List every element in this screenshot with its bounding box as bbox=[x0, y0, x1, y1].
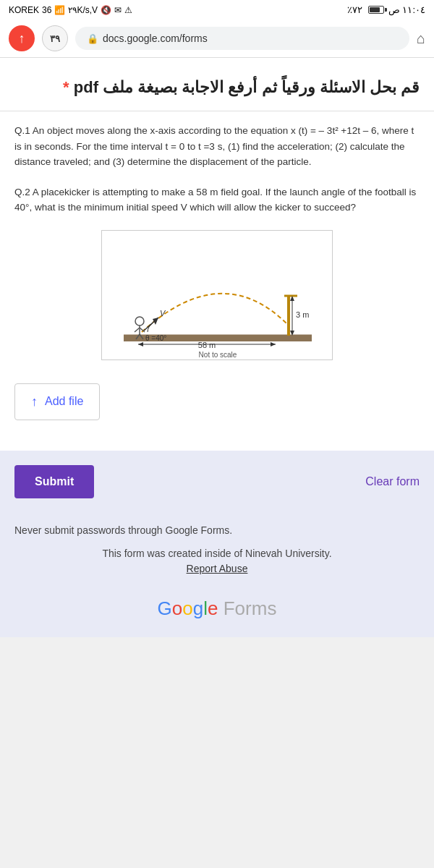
url-bar[interactable]: 🔒 docs.google.com/forms bbox=[75, 27, 409, 50]
wifi-icon: 📶 bbox=[54, 5, 65, 15]
svg-line-10 bbox=[135, 328, 140, 332]
tab-count-button[interactable]: ٣٩ bbox=[42, 25, 68, 51]
submit-section: Submit Clear form bbox=[0, 451, 434, 513]
signal-strength: 36 bbox=[42, 5, 51, 15]
warning-icon: ⚠ bbox=[124, 5, 132, 15]
submit-button[interactable]: Submit bbox=[14, 465, 94, 498]
status-left: ١١:٠٤ ص ٧٢٪ bbox=[347, 4, 425, 15]
google-forms-logo: Google Forms bbox=[14, 597, 420, 620]
svg-point-8 bbox=[135, 317, 144, 326]
question-2: Q.2 A placekicker is attempting to make … bbox=[14, 184, 420, 216]
svg-text:58 m: 58 m bbox=[198, 341, 216, 349]
svg-marker-21 bbox=[271, 342, 276, 346]
upload-icon: ↑ bbox=[31, 394, 38, 409]
svg-text:Not to scale: Not to scale bbox=[199, 351, 237, 359]
home-button[interactable]: ⌂ bbox=[417, 30, 425, 47]
question-2-text: Q.2 A placekicker is attempting to make … bbox=[14, 184, 420, 216]
volume-icon: 🔇 bbox=[101, 5, 111, 15]
url-text: docs.google.com/forms bbox=[103, 33, 208, 44]
status-right: ⚠ ✉ 🔇 V,٢٩K/s 📶 36 KOREK bbox=[9, 5, 132, 15]
required-star: * bbox=[63, 78, 69, 96]
svg-text:3 m: 3 m bbox=[296, 310, 309, 319]
network-speed: V,٢٩K/s bbox=[68, 5, 98, 15]
battery-percent: ٧٢٪ bbox=[347, 4, 362, 15]
university-info: This form was created inside of Ninevah … bbox=[14, 548, 420, 559]
report-abuse-link[interactable]: Report Abuse bbox=[187, 563, 248, 574]
question-1-text: Q.1 An object moves along the x-axis acc… bbox=[14, 123, 420, 170]
physics-diagram: 3 m V θ =40° 58 m bbox=[101, 230, 333, 360]
back-button[interactable]: ↑ bbox=[9, 25, 35, 51]
page-content: قم بحل الاسئلة ورقياً ثم أرفع الاجابة بص… bbox=[0, 58, 434, 637]
form-body: Q.1 An object moves along the x-axis acc… bbox=[0, 111, 434, 443]
status-bar: ١١:٠٤ ص ٧٢٪ ⚠ ✉ 🔇 V,٢٩K/s 📶 36 KOREK bbox=[0, 0, 434, 20]
clear-form-button[interactable]: Clear form bbox=[365, 475, 420, 488]
svg-marker-20 bbox=[138, 342, 143, 346]
browser-bar: ↑ ٣٩ 🔒 docs.google.com/forms ⌂ bbox=[0, 20, 434, 58]
form-footer: Never submit passwords through Google Fo… bbox=[0, 513, 434, 637]
form-header: قم بحل الاسئلة ورقياً ثم أرفع الاجابة بص… bbox=[0, 58, 434, 111]
battery-icon bbox=[368, 6, 384, 14]
status-time: ١١:٠٤ ص bbox=[388, 4, 425, 15]
add-file-label: Add file bbox=[45, 395, 83, 408]
question-1: Q.1 An object moves along the x-axis acc… bbox=[14, 123, 420, 170]
lock-icon: 🔒 bbox=[87, 33, 98, 44]
email-icon: ✉ bbox=[114, 5, 122, 15]
never-submit-text: Never submit passwords through Google Fo… bbox=[14, 524, 420, 536]
svg-text:θ =40°: θ =40° bbox=[145, 334, 166, 342]
add-file-button[interactable]: ↑ Add file bbox=[14, 383, 100, 420]
form-title: قم بحل الاسئلة ورقياً ثم أرفع الاجابة بص… bbox=[14, 75, 420, 99]
diagram-container: 3 m V θ =40° 58 m bbox=[14, 230, 420, 360]
carrier: KOREK bbox=[9, 5, 39, 15]
